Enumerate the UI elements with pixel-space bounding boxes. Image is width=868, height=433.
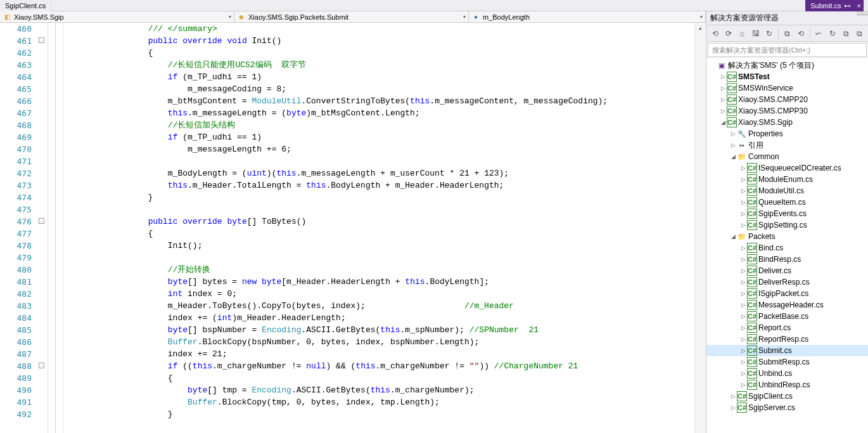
close-icon[interactable]: × (857, 2, 861, 10)
code-line[interactable]: { (89, 228, 706, 240)
tree-node[interactable]: ▷▪▪引用 (706, 139, 868, 151)
pin-icon[interactable]: ⊷ (844, 2, 851, 10)
expand-icon[interactable]: ▷ (739, 210, 747, 217)
expand-icon[interactable]: ◢ (719, 119, 727, 126)
toolbar-button[interactable]: ↻ (826, 27, 838, 40)
tree-node[interactable]: ▷C#MessageHeader.cs (706, 299, 868, 311)
toolbar-button[interactable]: ⟲ (709, 27, 721, 40)
tree-node[interactable]: ▷C#Bind.cs (706, 242, 868, 254)
tree-node[interactable]: ◢📁Packets (706, 231, 868, 242)
tree-node[interactable]: ▷C#SgipEvents.cs (706, 208, 868, 219)
expand-icon[interactable]: ▷ (739, 370, 747, 377)
expand-icon[interactable]: ▷ (729, 393, 737, 399)
toolbar-button[interactable]: ⤺ (813, 27, 825, 40)
tree-node[interactable]: ▷C#ISequeueceIDCreater.cs (706, 162, 868, 174)
code-line[interactable]: Buffer.BlockCopy(bspNumber, 0, bytes, in… (89, 336, 706, 348)
tree-node[interactable]: ▷C#UnbindResp.cs (706, 379, 868, 391)
expand-icon[interactable]: ▷ (739, 347, 747, 354)
code-line[interactable]: } (89, 191, 706, 204)
code-line[interactable]: { (89, 372, 706, 384)
expand-icon[interactable]: ▷ (739, 279, 747, 285)
code-line[interactable]: index += (int)m_Header.HeaderLength; (89, 312, 706, 324)
tree-node[interactable]: ▷C#SgipClient.cs (706, 391, 868, 402)
split-handle[interactable] (857, 11, 868, 15)
tree-node[interactable]: ▷C#BindResp.cs (706, 254, 868, 265)
code-line[interactable]: if (m_TP_udhi == 1) (89, 131, 706, 143)
tree-node[interactable]: ▷C#ModuleEnum.cs (706, 174, 868, 185)
tree-node[interactable]: ▷C#SgipServer.cs (706, 402, 868, 413)
toolbar-button[interactable]: ⟳ (722, 27, 734, 40)
code-line[interactable]: index += 21; (89, 348, 706, 360)
expand-icon[interactable]: ▷ (739, 382, 747, 388)
expand-icon[interactable]: ▷ (739, 176, 747, 183)
expand-icon[interactable]: ▷ (739, 302, 747, 308)
expand-icon[interactable]: ▷ (729, 131, 737, 137)
tree-node[interactable]: ▷C#DeliverResp.cs (706, 276, 868, 288)
tree-node[interactable]: ▷C#Deliver.cs (706, 265, 868, 276)
toolbar-button[interactable]: 🖫 (750, 27, 762, 40)
code-line[interactable]: int index = 0; (89, 288, 706, 300)
scroll-up-icon[interactable]: ▴ (695, 23, 706, 33)
fold-toggle[interactable]: - (39, 363, 44, 368)
code-line[interactable] (89, 155, 706, 167)
nav-class[interactable]: ◆ Xiaoy.SMS.Sgip.Packets.Submit ▾ (234, 11, 469, 22)
code-line[interactable]: Init(); (89, 240, 706, 252)
tree-node[interactable]: ▷C#ModuleUtil.cs (706, 185, 868, 197)
code-line[interactable]: m_BodyLength = (uint)(this.m_messageLeng… (89, 167, 706, 179)
fold-toggle[interactable]: - (39, 37, 44, 43)
toolbar-button[interactable]: ⧉ (781, 27, 793, 40)
code-line[interactable]: if ((this.m_chargeNumber != null) && (th… (89, 360, 706, 372)
expand-icon[interactable]: ◢ (729, 233, 737, 240)
tree-node[interactable]: ▷C#Xiaoy.SMS.CMPP30 (706, 105, 868, 117)
code-line[interactable]: byte[] bytes = new byte[m_Header.HeaderL… (89, 276, 706, 288)
expand-icon[interactable]: ▷ (739, 325, 747, 331)
solution-explorer-search[interactable]: 搜索解决方案资源管理器(Ctrl+;) (708, 43, 867, 57)
toolbar-button[interactable]: ⧉ (839, 27, 852, 40)
tree-node[interactable]: ▷C#ReportResp.cs (706, 333, 868, 345)
code-line[interactable]: m_messageCoding = 8; (89, 83, 706, 95)
code-line[interactable]: m_messageLength += 6; (89, 143, 706, 155)
expand-icon[interactable]: ▷ (719, 74, 727, 80)
code-line[interactable]: if (m_TP_udhi == 1) (89, 71, 706, 83)
fold-gutter[interactable]: --- (37, 23, 48, 433)
expand-icon[interactable]: ▷ (729, 142, 737, 148)
tab-sgipclient[interactable]: SgipClient.cs (0, 0, 51, 11)
tree-node[interactable]: ▷C#ISgipPacket.cs (706, 288, 868, 299)
expand-icon[interactable]: ▷ (739, 313, 747, 320)
expand-icon[interactable]: ▷ (719, 96, 727, 103)
code-line[interactable] (89, 252, 706, 264)
solution-tree[interactable]: ▣解决方案'SMS' (5 个项目)▷C#SMSTest▷C#SMSWinSer… (706, 58, 868, 433)
expand-icon[interactable]: ▷ (739, 199, 747, 205)
nav-namespace[interactable]: ◧ Xiaoy.SMS.Sgip ▾ (0, 11, 234, 22)
expand-icon[interactable]: ▷ (739, 290, 747, 297)
expand-icon[interactable]: ▷ (739, 165, 747, 171)
code-line[interactable]: public override byte[] ToBytes() (89, 216, 706, 228)
code-editor[interactable]: 4604614624634644654664674684694704714724… (0, 23, 706, 433)
code-line[interactable]: m_Header.ToBytes().CopyTo(bytes, index);… (89, 300, 706, 312)
fold-toggle[interactable]: - (39, 218, 44, 224)
code-line[interactable]: //开始转换 (89, 264, 706, 276)
tree-node[interactable]: ◢📁Common (706, 151, 868, 162)
code-line[interactable]: this.m_messageLength = (byte)m_btMsgCont… (89, 107, 706, 119)
solution-node[interactable]: ▣解决方案'SMS' (5 个项目) (706, 60, 868, 71)
code-line[interactable]: } (89, 408, 706, 420)
chevron-down-icon[interactable]: ▾ (700, 14, 703, 20)
code-line[interactable]: this.m_Header.TotalLength = this.BodyLen… (89, 179, 706, 191)
code-line[interactable]: //长短信只能使用UCS2编码 双字节 (89, 59, 706, 71)
expand-icon[interactable]: ▷ (729, 404, 737, 411)
tab-submit-active[interactable]: Submit.cs ⊷ × (805, 0, 864, 11)
code-line[interactable]: //长短信加头结构 (89, 119, 706, 131)
tree-node[interactable]: ▷C#SgipSetting.cs (706, 219, 868, 231)
tree-node[interactable]: ▷C#Report.cs (706, 322, 868, 333)
expand-icon[interactable]: ▷ (719, 85, 727, 91)
code-line[interactable]: byte[] bspNumber = Encoding.ASCII.GetByt… (89, 324, 706, 336)
tree-node[interactable]: ▷C#Xiaoy.SMS.CMPP20 (706, 94, 868, 105)
chevron-down-icon[interactable]: ▾ (229, 14, 231, 20)
tree-node[interactable]: ▷C#SMSWinService (706, 82, 868, 94)
expand-icon[interactable]: ▷ (739, 256, 747, 262)
expand-icon[interactable]: ▷ (739, 188, 747, 194)
code-line[interactable] (89, 204, 706, 216)
tree-node[interactable]: ▷C#QueueItem.cs (706, 197, 868, 208)
code-line[interactable]: /// </summary> (89, 23, 706, 35)
toolbar-button[interactable]: ⧉ (853, 27, 865, 40)
